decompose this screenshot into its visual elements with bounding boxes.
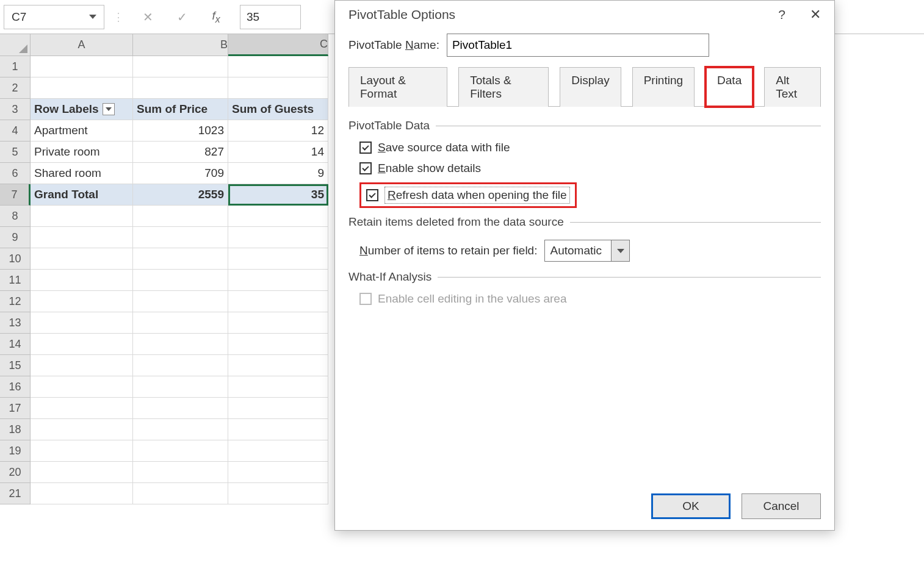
select-all-corner[interactable] xyxy=(0,34,31,56)
row-header[interactable]: 1 xyxy=(0,56,31,77)
row-header[interactable]: 17 xyxy=(0,398,31,419)
row-header[interactable]: 21 xyxy=(0,483,31,504)
row-header[interactable]: 20 xyxy=(0,462,31,483)
cell[interactable] xyxy=(228,77,328,99)
cell[interactable] xyxy=(133,77,228,99)
tab-totals-filters[interactable]: Totals & Filters xyxy=(458,67,549,107)
row-header[interactable]: 6 xyxy=(0,163,31,184)
row-header[interactable]: 9 xyxy=(0,227,31,248)
pivottable-name-input[interactable] xyxy=(447,34,709,57)
cell[interactable] xyxy=(228,206,328,227)
cell[interactable]: 9 xyxy=(228,163,328,184)
cancel-entry-button[interactable]: ✕ xyxy=(132,5,163,29)
column-header[interactable]: A xyxy=(31,34,133,56)
tab-data[interactable]: Data xyxy=(706,67,753,107)
cell[interactable] xyxy=(133,206,228,227)
cell[interactable] xyxy=(228,462,328,483)
cell[interactable] xyxy=(228,334,328,355)
retain-items-select[interactable]: Automatic xyxy=(544,240,630,262)
refresh-on-open-checkbox[interactable]: Refresh data when opening the file xyxy=(359,182,577,208)
enable-show-details-checkbox[interactable]: Enable show details xyxy=(359,162,821,175)
cell[interactable] xyxy=(31,56,133,77)
column-header[interactable]: B xyxy=(133,34,228,56)
tab-printing[interactable]: Printing xyxy=(632,67,695,107)
cell[interactable] xyxy=(31,334,133,355)
cell[interactable] xyxy=(228,270,328,291)
cell[interactable] xyxy=(31,398,133,419)
cell[interactable]: 35 xyxy=(228,184,328,206)
row-header[interactable]: 11 xyxy=(0,270,31,291)
cell[interactable]: 827 xyxy=(133,142,228,163)
cell[interactable] xyxy=(228,227,328,248)
cell[interactable] xyxy=(133,227,228,248)
cell[interactable] xyxy=(133,398,228,419)
row-header[interactable]: 3 xyxy=(0,99,31,120)
row-header[interactable]: 18 xyxy=(0,419,31,440)
sum-guests-header[interactable]: Sum of Guests xyxy=(228,99,328,120)
row-header[interactable]: 2 xyxy=(0,77,31,99)
cell[interactable] xyxy=(31,77,133,99)
cell[interactable]: 14 xyxy=(228,142,328,163)
cell[interactable] xyxy=(228,355,328,376)
cell[interactable]: Shared room xyxy=(31,163,133,184)
cell[interactable] xyxy=(228,248,328,270)
save-source-data-checkbox[interactable]: Save source data with file xyxy=(359,141,821,154)
cell[interactable] xyxy=(228,291,328,312)
cell[interactable] xyxy=(31,376,133,398)
cell[interactable] xyxy=(31,419,133,440)
cell[interactable] xyxy=(133,440,228,462)
cell[interactable] xyxy=(133,334,228,355)
cell[interactable] xyxy=(31,355,133,376)
column-header[interactable]: C xyxy=(228,34,328,56)
cell[interactable] xyxy=(133,270,228,291)
cell[interactable]: Grand Total xyxy=(31,184,133,206)
cell[interactable] xyxy=(228,56,328,77)
close-icon[interactable]: ✕ xyxy=(810,7,821,23)
cell[interactable] xyxy=(228,398,328,419)
formula-input[interactable]: 35 xyxy=(240,5,301,29)
cell[interactable] xyxy=(133,56,228,77)
cell[interactable]: 709 xyxy=(133,163,228,184)
cell[interactable] xyxy=(133,291,228,312)
cell[interactable] xyxy=(31,227,133,248)
row-header[interactable]: 19 xyxy=(0,440,31,462)
cell[interactable]: Apartment xyxy=(31,120,133,142)
cell[interactable] xyxy=(133,248,228,270)
cell[interactable] xyxy=(228,440,328,462)
cancel-button[interactable]: Cancel xyxy=(742,493,821,519)
cell[interactable] xyxy=(31,270,133,291)
row-header[interactable]: 13 xyxy=(0,312,31,334)
cell[interactable] xyxy=(133,483,228,504)
cell[interactable] xyxy=(228,312,328,334)
row-header[interactable]: 4 xyxy=(0,120,31,142)
cell[interactable] xyxy=(133,376,228,398)
cell[interactable]: 1023 xyxy=(133,120,228,142)
row-header[interactable]: 10 xyxy=(0,248,31,270)
cell[interactable] xyxy=(31,291,133,312)
tab-display[interactable]: Display xyxy=(560,67,621,107)
cell[interactable] xyxy=(228,483,328,504)
row-header[interactable]: 14 xyxy=(0,334,31,355)
cell[interactable] xyxy=(133,419,228,440)
cell[interactable] xyxy=(31,248,133,270)
row-header[interactable]: 16 xyxy=(0,376,31,398)
tab-alt-text[interactable]: Alt Text xyxy=(764,67,821,107)
cell[interactable] xyxy=(133,312,228,334)
cell[interactable] xyxy=(133,462,228,483)
row-header[interactable]: 7 xyxy=(0,184,31,206)
cell[interactable] xyxy=(31,312,133,334)
cell[interactable]: 2559 xyxy=(133,184,228,206)
ok-button[interactable]: OK xyxy=(651,493,731,519)
insert-function-button[interactable]: fx xyxy=(201,5,231,29)
filter-button[interactable] xyxy=(103,103,115,115)
cell[interactable] xyxy=(133,355,228,376)
name-box[interactable]: C7 xyxy=(4,5,104,29)
cell[interactable] xyxy=(228,376,328,398)
row-header[interactable]: 12 xyxy=(0,291,31,312)
cell[interactable] xyxy=(31,462,133,483)
tab-layout-format[interactable]: Layout & Format xyxy=(348,67,447,107)
cell[interactable] xyxy=(31,483,133,504)
row-header[interactable]: 15 xyxy=(0,355,31,376)
cell[interactable] xyxy=(228,419,328,440)
row-header[interactable]: 8 xyxy=(0,206,31,227)
